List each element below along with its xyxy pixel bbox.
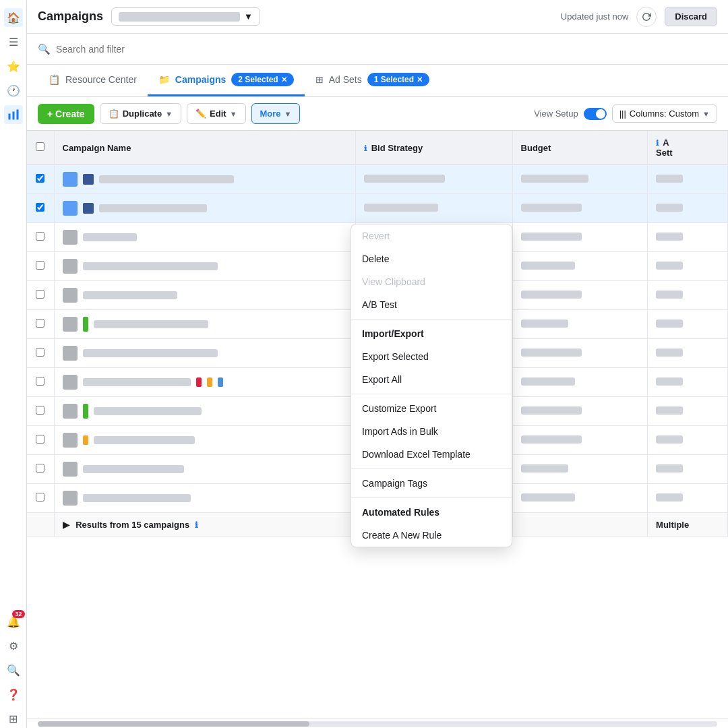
row-checkbox-cell[interactable] bbox=[27, 368, 54, 397]
campaign-thumb bbox=[63, 259, 78, 274]
row-campaign-cell bbox=[54, 455, 356, 484]
scrollbar-thumb[interactable] bbox=[38, 721, 309, 727]
more-arrow-icon: ▼ bbox=[284, 110, 292, 118]
bid-value-blurred bbox=[364, 204, 438, 212]
account-selector[interactable]: ▼ bbox=[111, 7, 260, 26]
row-checkbox[interactable] bbox=[36, 232, 44, 241]
bid-strategy-info-icon[interactable]: ℹ bbox=[364, 144, 367, 152]
row-checkbox-cell[interactable] bbox=[27, 281, 54, 310]
campaign-color-orange bbox=[207, 377, 212, 387]
view-setup-container: View Setup bbox=[534, 108, 607, 120]
columns-button[interactable]: ||| Columns: Custom ▼ bbox=[612, 104, 717, 123]
view-setup-toggle[interactable] bbox=[584, 108, 607, 120]
sidebar-icon-help[interactable]: ❓ bbox=[4, 685, 23, 704]
campaign-name-blurred bbox=[83, 465, 184, 473]
settings-value-blurred bbox=[656, 406, 683, 415]
row-checkbox-cell[interactable] bbox=[27, 484, 54, 513]
duplicate-arrow-icon: ▼ bbox=[165, 110, 173, 118]
campaigns-badge-close[interactable]: ✕ bbox=[281, 75, 287, 84]
row-settings-cell bbox=[648, 194, 728, 223]
campaign-thumb bbox=[63, 404, 78, 419]
tab-campaigns[interactable]: 📁 Campaigns 2 Selected ✕ bbox=[148, 65, 305, 96]
dropdown-item-import-ads-bulk[interactable]: Import Ads in Bulk bbox=[351, 420, 512, 443]
budget-value-blurred bbox=[521, 348, 582, 357]
sidebar-icon-menu[interactable]: ☰ bbox=[4, 32, 23, 51]
dropdown-item-customize-export[interactable]: Customize Export bbox=[351, 397, 512, 420]
campaign-name-blurred bbox=[83, 233, 137, 241]
row-checkbox-cell[interactable] bbox=[27, 339, 54, 368]
dropdown-item-delete[interactable]: Delete bbox=[351, 247, 512, 270]
more-button[interactable]: More ▼ bbox=[251, 103, 301, 124]
campaign-color-red bbox=[196, 377, 202, 387]
dropdown-item-export-selected[interactable]: Export Selected bbox=[351, 345, 512, 368]
sidebar-icon-settings[interactable]: ⚙ bbox=[4, 636, 23, 655]
columns-arrow-icon: ▼ bbox=[702, 110, 710, 118]
results-summary-label: Results from 15 campaigns bbox=[75, 520, 189, 530]
table-row bbox=[27, 165, 728, 194]
budget-value-blurred bbox=[521, 435, 582, 444]
dropdown-arrow-icon: ▼ bbox=[244, 11, 253, 22]
results-expand-icon[interactable]: ▶ bbox=[63, 520, 69, 530]
discard-button[interactable]: Discard bbox=[665, 7, 717, 26]
campaign-name-blurred bbox=[94, 436, 195, 444]
col-checkbox[interactable] bbox=[27, 131, 54, 165]
row-checkbox-cell[interactable] bbox=[27, 397, 54, 426]
row-checkbox[interactable] bbox=[36, 174, 44, 183]
dropdown-item-revert: Revert bbox=[351, 224, 512, 247]
row-checkbox-cell[interactable] bbox=[27, 455, 54, 484]
row-checkbox-cell[interactable] bbox=[27, 194, 54, 223]
dropdown-item-campaign-tags[interactable]: Campaign Tags bbox=[351, 472, 512, 495]
refresh-button[interactable] bbox=[636, 7, 657, 27]
row-checkbox[interactable] bbox=[36, 406, 44, 415]
sidebar-icon-search[interactable]: 🔍 bbox=[4, 661, 23, 679]
row-checkbox-cell[interactable] bbox=[27, 426, 54, 455]
sidebar-icon-recent[interactable]: 🕐 bbox=[4, 81, 23, 100]
row-checkbox-cell[interactable] bbox=[27, 165, 54, 194]
dropdown-divider-1 bbox=[351, 319, 512, 320]
row-checkbox[interactable] bbox=[36, 435, 44, 444]
toolbar: + Create 📋 Duplicate ▼ ✏️ Edit ▼ More ▼ … bbox=[27, 97, 728, 131]
ad-sets-badge-close[interactable]: ✕ bbox=[417, 75, 423, 84]
sidebar-icon-notifications[interactable]: 🔔 32 bbox=[4, 612, 23, 631]
row-checkbox[interactable] bbox=[36, 348, 44, 357]
row-checkbox[interactable] bbox=[36, 377, 44, 386]
dropdown-item-create-rule[interactable]: Create A New Rule bbox=[351, 524, 512, 547]
tab-ad-sets[interactable]: ⊞ Ad Sets 1 Selected ✕ bbox=[305, 65, 440, 96]
more-dropdown-menu: Revert Delete View Clipboard A/B Test Im… bbox=[351, 224, 512, 547]
dropdown-item-export-all[interactable]: Export All bbox=[351, 368, 512, 391]
row-checkbox-cell[interactable] bbox=[27, 223, 54, 252]
dropdown-item-ab-test[interactable]: A/B Test bbox=[351, 293, 512, 316]
duplicate-button[interactable]: 📋 Duplicate ▼ bbox=[100, 103, 181, 124]
campaign-thumb bbox=[63, 288, 78, 303]
row-checkbox-cell[interactable] bbox=[27, 310, 54, 339]
ad-sets-selected-badge[interactable]: 1 Selected ✕ bbox=[367, 73, 429, 86]
sidebar-icon-home[interactable]: 🏠 bbox=[4, 8, 23, 27]
scrollbar-track[interactable] bbox=[38, 721, 717, 727]
search-input[interactable] bbox=[56, 44, 717, 55]
edit-button[interactable]: ✏️ Edit ▼ bbox=[187, 103, 245, 124]
horizontal-scrollbar[interactable] bbox=[27, 719, 728, 728]
budget-value-blurred bbox=[521, 262, 575, 270]
select-all-checkbox[interactable] bbox=[36, 142, 44, 151]
sidebar: 🏠 ☰ ⭐ 🕐 🔔 32 ⚙ 🔍 ❓ ⊞ bbox=[0, 0, 27, 728]
budget-value-blurred bbox=[521, 233, 582, 241]
sidebar-icon-chart[interactable] bbox=[4, 105, 23, 124]
row-checkbox-cell[interactable] bbox=[27, 252, 54, 281]
row-checkbox[interactable] bbox=[36, 261, 44, 270]
row-checkbox[interactable] bbox=[36, 319, 44, 328]
campaigns-selected-badge[interactable]: 2 Selected ✕ bbox=[231, 73, 293, 86]
page-title: Campaigns bbox=[38, 9, 103, 24]
sidebar-icon-star[interactable]: ⭐ bbox=[4, 57, 23, 75]
row-checkbox[interactable] bbox=[36, 464, 44, 473]
results-info-icon[interactable]: ℹ bbox=[195, 520, 198, 530]
sidebar-icon-apps[interactable]: ⊞ bbox=[4, 709, 23, 728]
tab-resource-center[interactable]: 📋 Resource Center bbox=[38, 65, 148, 96]
create-button[interactable]: + Create bbox=[38, 104, 94, 124]
row-checkbox[interactable] bbox=[36, 493, 44, 502]
budget-value-blurred bbox=[521, 464, 568, 473]
campaign-color-blue bbox=[218, 377, 223, 387]
dropdown-item-download-excel[interactable]: Download Excel Template bbox=[351, 443, 512, 466]
row-checkbox[interactable] bbox=[36, 290, 44, 299]
row-checkbox[interactable] bbox=[36, 203, 44, 212]
row-settings-cell bbox=[648, 165, 728, 194]
